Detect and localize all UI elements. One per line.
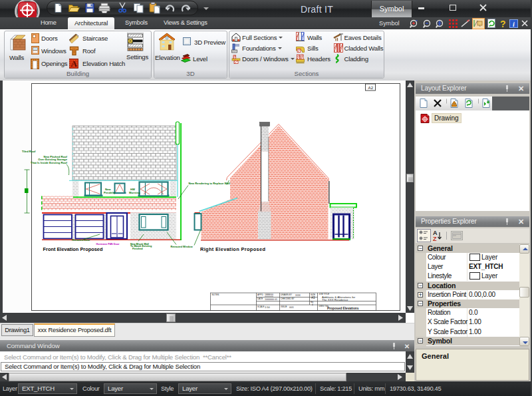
svg-text:DRAWN BY: DRAWN BY bbox=[281, 294, 293, 296]
svg-text:?: ? bbox=[500, 19, 506, 29]
svg-text:A3: A3 bbox=[311, 296, 315, 299]
svg-text:Pendelry: Pendelry bbox=[104, 191, 116, 194]
svg-text:APPD: APPD bbox=[257, 294, 263, 296]
svg-text:1888/00: 1888/00 bbox=[265, 294, 273, 296]
svg-text:SCALE: SCALE bbox=[257, 305, 264, 308]
svg-text:ISSUE: ISSUE bbox=[281, 305, 287, 308]
svg-text:Hormann P4N Door: Hormann P4N Door bbox=[96, 243, 120, 246]
svg-text:Morning: Morning bbox=[129, 191, 140, 194]
svg-text:NOTES: NOTES bbox=[212, 294, 219, 296]
svg-text:Z: Z bbox=[433, 236, 437, 242]
svg-text:1000000 01: 1000000 01 bbox=[265, 298, 277, 301]
svg-text:The XXX Residence: The XXX Residence bbox=[322, 298, 348, 301]
svg-text:New Rendering to Replace Wall: New Rendering to Replace Wall bbox=[189, 182, 230, 185]
svg-text:Right Elevation Proposed: Right Elevation Proposed bbox=[200, 246, 265, 252]
svg-text:DATE: DATE bbox=[257, 297, 263, 300]
svg-text:Finished: Finished bbox=[132, 248, 143, 250]
svg-text:Front Elevation Proposed: Front Elevation Proposed bbox=[43, 246, 103, 252]
svg-text:001: 001 bbox=[289, 305, 294, 309]
svg-text:A2: A2 bbox=[368, 85, 374, 90]
svg-text:Retracted Door: Retracted Door bbox=[72, 239, 90, 242]
svg-text:CHECKED BY: CHECKED BY bbox=[281, 297, 295, 300]
svg-text:Tiled Roof: Tiled Roof bbox=[22, 150, 36, 153]
svg-text:That Is Inside Existing Roof: That Is Inside Existing Roof bbox=[31, 161, 68, 164]
svg-text:i: i bbox=[513, 21, 515, 28]
svg-text:A: A bbox=[70, 59, 77, 69]
svg-text:XXX: XXX bbox=[295, 294, 301, 297]
svg-text:4: 4 bbox=[312, 303, 313, 306]
svg-text:Retracted Window: Retracted Window bbox=[171, 246, 193, 248]
svg-text:1:50: 1:50 bbox=[265, 305, 271, 309]
svg-text:Proposed Elevations: Proposed Elevations bbox=[327, 307, 359, 310]
